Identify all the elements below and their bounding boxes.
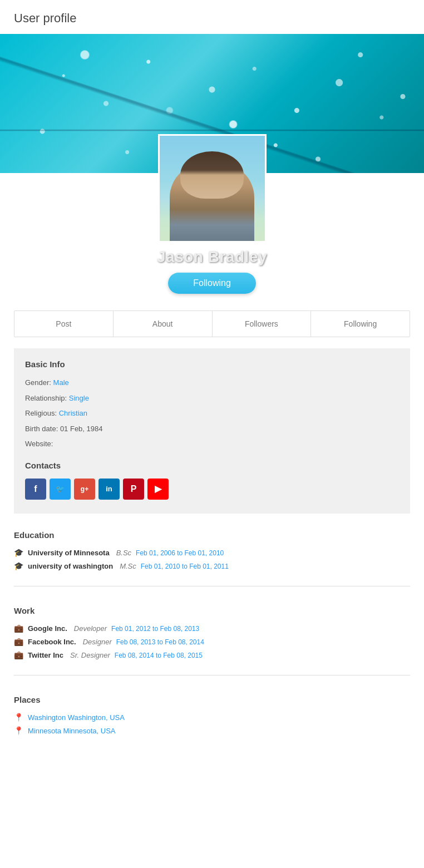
birthdate-row: Birth date: 01 Feb, 1984	[25, 423, 399, 435]
edu-dates-2: Feb 01, 2010 to Feb 01, 2011	[141, 563, 229, 570]
religious-row: Religious: Christian	[25, 408, 399, 419]
work-item-1: 💼 Google Inc. Developer Feb 01, 2012 to …	[14, 624, 410, 633]
website-label: Website:	[25, 440, 53, 448]
work-dates-3: Feb 08, 2014 to Feb 08, 2015	[115, 652, 203, 659]
pinterest-icon[interactable]: P	[123, 479, 144, 500]
edu-school-1: University of Minnesota	[28, 549, 110, 557]
place-icon-2: 📍	[14, 726, 23, 735]
place-item-2: 📍 Minnesota Minnesota, USA	[14, 726, 410, 735]
avatar-image	[160, 136, 265, 241]
contacts-icons: f 🐦 g+ in P ▶	[25, 479, 399, 500]
education-section: Education 🎓 University of Minnesota B.Sc…	[14, 519, 410, 580]
birthdate-value: 01 Feb, 1984	[60, 425, 103, 433]
education-title: Education	[14, 530, 410, 540]
place-name-2: Minnesota Minnesota, USA	[28, 727, 116, 735]
work-role-3: Sr. Designer	[70, 651, 110, 659]
place-name-1: Washington Washington, USA	[28, 713, 125, 722]
tab-following[interactable]: Following	[311, 311, 410, 337]
work-dates-2: Feb 08, 2013 to Feb 08, 2014	[116, 638, 204, 646]
edu-dates-1: Feb 01, 2006 to Feb 01, 2010	[136, 549, 224, 557]
linkedin-icon[interactable]: in	[98, 479, 120, 500]
tab-about[interactable]: About	[114, 311, 213, 337]
user-name: Jason Bradley	[157, 248, 267, 266]
edu-item-2: 🎓 university of washington M.Sc Feb 01, …	[14, 561, 410, 570]
tab-followers[interactable]: Followers	[213, 311, 312, 337]
places-title: Places	[14, 695, 410, 704]
page-title: User profile	[0, 0, 424, 34]
edu-item-1: 🎓 University of Minnesota B.Sc Feb 01, 2…	[14, 548, 410, 557]
edu-degree-2: M.Sc	[120, 562, 136, 570]
work-company-3: Twitter Inc	[28, 651, 63, 659]
education-icon-2: 🎓	[14, 561, 23, 570]
work-icon-2: 💼	[14, 637, 23, 646]
work-icon-3: 💼	[14, 650, 23, 659]
education-icon-1: 🎓	[14, 548, 23, 557]
place-icon-1: 📍	[14, 713, 23, 722]
facebook-icon[interactable]: f	[25, 479, 46, 500]
gender-label: Gender:	[25, 378, 53, 387]
work-company-2: Facebook Inc.	[28, 638, 76, 646]
avatar	[158, 134, 267, 243]
work-title: Work	[14, 606, 410, 615]
twitter-icon[interactable]: 🐦	[50, 479, 71, 500]
website-row: Website:	[25, 438, 399, 450]
work-section: Work 💼 Google Inc. Developer Feb 01, 201…	[14, 595, 410, 669]
birthdate-label: Birth date:	[25, 425, 60, 433]
work-role-2: Designer	[83, 638, 112, 646]
youtube-icon[interactable]: ▶	[147, 479, 169, 500]
work-item-2: 💼 Facebook Inc. Designer Feb 08, 2013 to…	[14, 637, 410, 646]
work-dates-1: Feb 01, 2012 to Feb 08, 2013	[111, 625, 199, 633]
contacts-title: Contacts	[25, 461, 399, 470]
edu-degree-1: B.Sc	[116, 549, 131, 557]
google-icon[interactable]: g+	[74, 479, 95, 500]
divider-1	[14, 586, 410, 586]
divider-2	[14, 675, 410, 675]
gender-row: Gender: Male	[25, 377, 399, 388]
work-role-1: Developer	[74, 624, 107, 633]
religious-value: Christian	[59, 409, 87, 417]
place-item-1: 📍 Washington Washington, USA	[14, 713, 410, 722]
following-button[interactable]: Following	[168, 273, 256, 294]
basic-info-card: Basic Info Gender: Male Relationship: Si…	[14, 348, 410, 514]
work-icon-1: 💼	[14, 624, 23, 633]
gender-value: Male	[53, 378, 69, 387]
religious-label: Religious:	[25, 409, 59, 417]
basic-info-title: Basic Info	[25, 359, 399, 369]
relationship-label: Relationship:	[25, 394, 69, 402]
tab-post[interactable]: Post	[14, 311, 114, 337]
relationship-row: Relationship: Single	[25, 393, 399, 404]
tabs-bar: Post About Followers Following	[14, 310, 410, 337]
relationship-value: Single	[69, 394, 89, 402]
work-company-1: Google Inc.	[28, 624, 67, 633]
edu-school-2: university of washington	[28, 562, 113, 570]
places-section: Places 📍 Washington Washington, USA 📍 Mi…	[14, 684, 410, 745]
work-item-3: 💼 Twitter Inc Sr. Designer Feb 08, 2014 …	[14, 650, 410, 659]
